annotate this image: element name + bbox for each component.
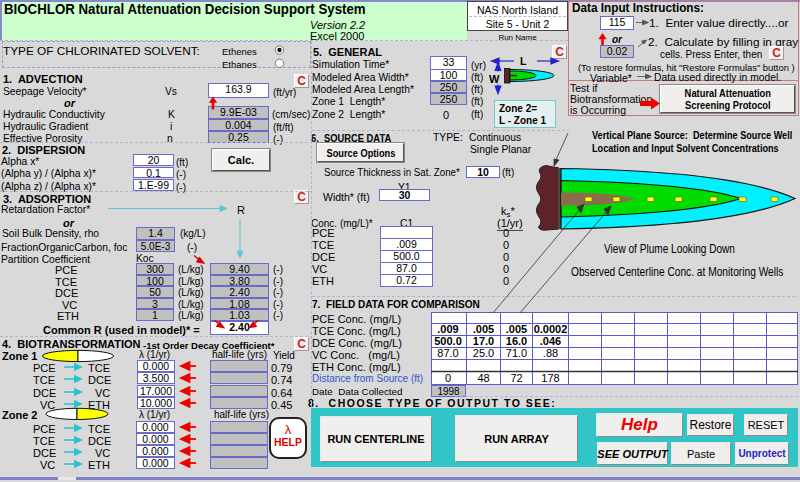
svg-text:178: 178: [541, 372, 559, 384]
svg-text:17.0: 17.0: [473, 335, 494, 347]
svg-text:87.0: 87.0: [437, 347, 458, 359]
svg-text:48: 48: [477, 372, 489, 384]
svg-text:72: 72: [510, 372, 522, 384]
svg-text:0: 0: [445, 372, 451, 384]
svg-text:.88: .88: [543, 347, 558, 359]
svg-text:0.0002: 0.0002: [534, 323, 568, 335]
svg-text:71.0: 71.0: [506, 347, 527, 359]
svg-text:.005: .005: [506, 323, 527, 335]
svg-text:16.0: 16.0: [506, 335, 527, 347]
svg-text:.009: .009: [437, 323, 458, 335]
svg-text:25.0: 25.0: [473, 347, 494, 359]
svg-text:.005: .005: [473, 323, 494, 335]
svg-text:.046: .046: [540, 335, 561, 347]
svg-text:500.0: 500.0: [434, 335, 462, 347]
